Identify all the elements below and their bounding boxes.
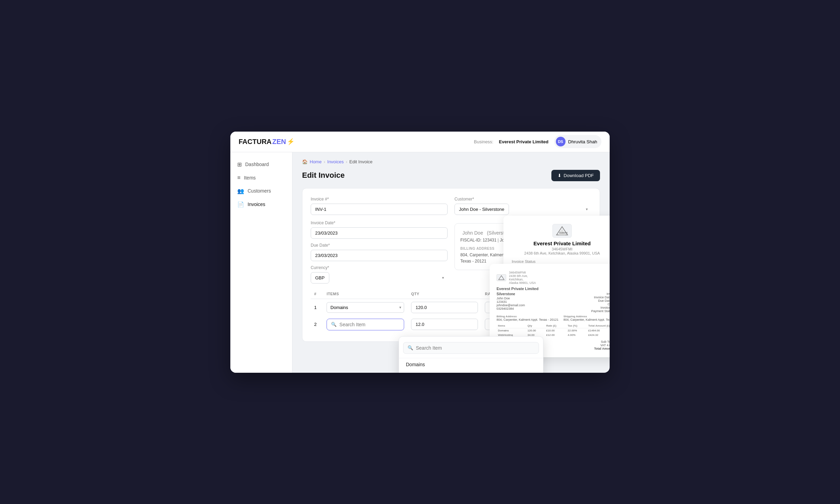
mini-shipping-title: Shipping Address: [563, 315, 610, 318]
row-1-item-select-wrapper: Domains: [327, 302, 404, 313]
logo-icon: ⚡: [287, 138, 294, 145]
sidebar-item-customers[interactable]: 👥 Customers: [230, 184, 292, 198]
customer-select[interactable]: John Doe - Silverstone: [454, 204, 509, 215]
currency-select-wrapper: GBP USD EUR: [311, 272, 448, 284]
invoice-num-group: Invoice #*: [311, 197, 448, 215]
business-name: Everest Private Limited: [499, 139, 549, 144]
logo-text: FACTURA: [239, 138, 272, 146]
user-name: Dhruvita Shah: [568, 139, 597, 144]
mini-currency-row: Currency GBP: [563, 302, 610, 306]
mini-due-date-row: Due Date 23/03/2023: [563, 299, 610, 302]
sidebar-item-label-customers: Customers: [248, 188, 271, 194]
content-wrapper: Invoice #* Customer* John Doe - Silverst…: [302, 188, 600, 342]
app-container: FACTURAZEN ⚡ Business: Everest Private L…: [230, 132, 610, 373]
row-2-item: 🔍: [323, 316, 408, 333]
row-1-item: Domains: [323, 299, 408, 316]
dropdown-item-domains[interactable]: Domains: [399, 358, 543, 371]
mini-billing: Billing Address 804, Carpenter, Kalment …: [497, 315, 561, 321]
dropdown-item-webhosting[interactable]: WebHosting: [399, 371, 543, 373]
mini-customer-block: Silverstone John Doe 123431 johndoe@emai…: [497, 292, 561, 313]
mini-company-info: 34645WFMI2438 6th Ave,Ketchikan,Alaska 9…: [509, 271, 536, 285]
mini-addresses: Billing Address 804, Carpenter, Kalment …: [497, 315, 610, 321]
mini-item-1-rate: £12.00: [545, 333, 566, 337]
invoice-num-input[interactable]: [311, 204, 448, 215]
mini-email: johndoe@email.com: [497, 304, 525, 307]
row-1-item-select[interactable]: Domains: [327, 302, 404, 313]
invoice-status-label: Invoice Status: [512, 259, 610, 264]
mini-shipping-addr: 804, Carpenter, Kalment Appt. Texas - 20…: [563, 318, 610, 321]
row-1-qty-input[interactable]: [411, 302, 478, 313]
everest-logo-svg: Everest: [555, 226, 569, 236]
mini-inv-date-row: Invoice Date 23/03/2023: [563, 296, 610, 299]
breadcrumb-home-link[interactable]: Home: [310, 159, 322, 164]
breadcrumb: 🏠 Home › Invoices › Edit Invoice: [302, 159, 600, 164]
company-logo-area: Everest: [512, 224, 610, 238]
mini-table-header: Items Qty Rate (£) Tax (%) Total Amount …: [497, 323, 610, 328]
search-input-wrapper: 🔍: [399, 341, 543, 358]
logo-zen: ZEN: [272, 138, 286, 146]
dashboard-icon: ⊞: [237, 161, 242, 168]
sidebar-item-dashboard[interactable]: ⊞ Dashboard: [230, 158, 292, 171]
mini-col-qty: Qty: [526, 323, 545, 328]
header-right: Business: Everest Private Limited DS Dhr…: [474, 135, 601, 148]
sidebar-item-label-items: Items: [244, 175, 256, 181]
sidebar-item-items[interactable]: ≡ Items: [230, 171, 292, 184]
mini-phone: 0329402384: [497, 307, 514, 310]
mini-inv-header-row: 34645WFMI2438 6th Ave,Ketchikan,Alaska 9…: [497, 271, 610, 285]
mini-customer-details: John Doe 123431 johndoe@email.com 032940…: [497, 297, 561, 310]
customer-select-wrapper: John Doe - Silverstone: [454, 204, 591, 215]
mini-fiscal: 123431: [497, 300, 507, 304]
mini-item-0-name: Domains: [497, 328, 526, 333]
mini-logo-svg: [498, 275, 504, 280]
col-items: ITEMS: [323, 289, 408, 299]
row-1-num: 1: [311, 299, 323, 316]
form-row-1: Invoice #* Customer* John Doe - Silverst…: [311, 197, 591, 215]
currency-select[interactable]: GBP USD EUR: [311, 272, 329, 284]
mini-billing-addr: 804, Carpenter, Kalment Appt. Texas - 20…: [497, 318, 561, 321]
sidebar-item-invoices[interactable]: 📄 Invoices: [230, 198, 292, 211]
preview-company-name: Everest Private Limited: [512, 240, 610, 246]
svg-marker-3: [499, 276, 504, 280]
mini-inv-num-row: Invoice # INV-1: [563, 292, 610, 296]
invoice-date-input[interactable]: [311, 227, 448, 239]
search-item-input[interactable]: [416, 345, 534, 351]
mini-col-rate: Rate (£): [545, 323, 566, 328]
mini-inv-status-row: Invoice Status Draft: [563, 306, 610, 309]
items-icon: ≡: [237, 175, 240, 181]
svg-text:Everest: Everest: [559, 232, 568, 234]
row-2-qty-input[interactable]: [411, 319, 478, 330]
due-date-input[interactable]: [311, 250, 448, 261]
table-row: Domains 120.00 £10.00 22.00% £1464.00: [497, 328, 610, 333]
mini-billing-title: Billing Address: [497, 315, 561, 318]
mini-invoice-meta: Invoice # INV-1 Invoice Date 23/03/2023 …: [563, 292, 610, 313]
invoices-icon: 📄: [237, 201, 244, 208]
invoice-date-group: Invoice Date*: [311, 220, 448, 239]
mini-item-0-tax: 22.00%: [566, 328, 587, 333]
due-date-label: Due Date*: [311, 243, 448, 248]
invoice-date-label: Invoice Date*: [311, 220, 448, 225]
currency-label: Currency*: [311, 265, 448, 270]
avatar: DS: [556, 137, 566, 146]
currency-group: Currency* GBP USD EUR: [311, 265, 448, 284]
download-pdf-button[interactable]: ⬇ Download PDF: [551, 170, 600, 181]
due-date-group: Due Date*: [311, 243, 448, 261]
search-inner: 🔍: [403, 342, 539, 354]
user-menu-button[interactable]: DS Dhruvita Shah: [554, 135, 601, 148]
row-2-search-input[interactable]: [339, 322, 400, 327]
download-icon: ⬇: [558, 173, 561, 178]
contact-name-text: John Doe: [462, 230, 483, 236]
dates-col: Invoice Date* Due Date* Currency*: [311, 220, 448, 284]
mini-contact-name: John Doe: [497, 297, 510, 300]
mini-items-table: Items Qty Rate (£) Tax (%) Total Amount …: [497, 323, 610, 337]
download-btn-label: Download PDF: [564, 173, 594, 178]
breadcrumb-invoices-link[interactable]: Invoices: [327, 159, 344, 164]
row-1-qty: [408, 299, 481, 316]
mini-customer-name: Silverstone: [497, 292, 561, 296]
sidebar: ⊞ Dashboard ≡ Items 👥 Customers 📄 Invoic…: [230, 152, 292, 373]
mini-item-0-qty: 120.00: [526, 328, 545, 333]
customer-group: Customer* John Doe - Silverstone: [454, 197, 591, 215]
col-qty: QTY: [408, 289, 481, 299]
mini-item-0-rate: £10.00: [545, 328, 566, 333]
mini-col-total: Total Amount (£): [587, 323, 610, 328]
search-dropdown: 🔍 Domains WebHosting Product OPE YTW - 2…: [399, 336, 543, 373]
